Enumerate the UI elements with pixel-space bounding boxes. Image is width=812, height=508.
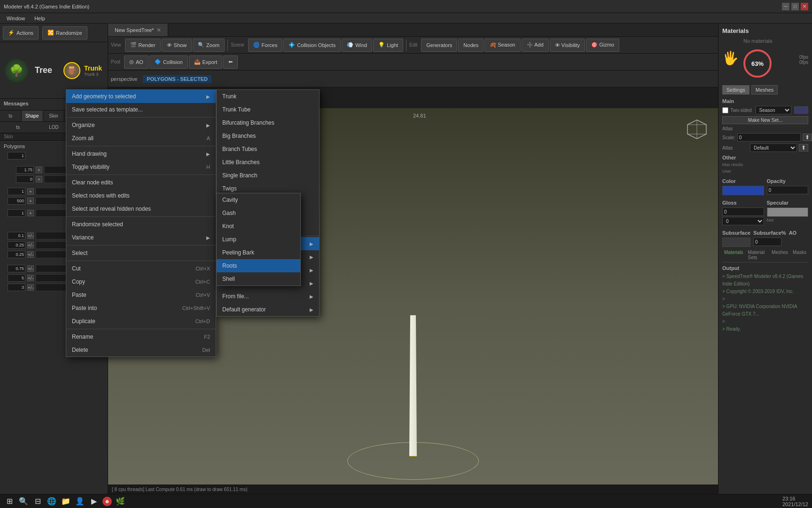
cm-add-geometry[interactable]: Add geometry to selected ▶ bbox=[66, 90, 216, 103]
val-1b[interactable] bbox=[8, 188, 25, 195]
btab-masks[interactable]: Masks bbox=[791, 250, 808, 260]
cm-save-template[interactable]: Save selected as template... bbox=[66, 103, 216, 116]
subsurface-box[interactable] bbox=[722, 238, 750, 247]
generators-button[interactable]: Generators bbox=[421, 39, 457, 52]
cm-select-nodes-edits[interactable]: Select nodes with edits bbox=[66, 189, 216, 202]
taskbar-task-view[interactable]: ⊟ bbox=[32, 496, 43, 507]
taskbar-search[interactable]: 🔍 bbox=[18, 496, 29, 507]
cm-randomize-selected[interactable]: Randomize selected bbox=[66, 218, 216, 231]
pm-025a[interactable]: +/- bbox=[27, 242, 34, 248]
pm-5[interactable]: +/- bbox=[27, 275, 34, 281]
cm-rename[interactable]: Rename F2 bbox=[66, 330, 216, 343]
sidebar-tab-skin[interactable]: Skin bbox=[43, 111, 65, 121]
plus-btn-4[interactable]: + bbox=[27, 198, 34, 204]
taskbar-person[interactable]: 👤 bbox=[74, 496, 86, 507]
forces-button[interactable]: 🌀 Forces bbox=[248, 39, 283, 52]
val-1c[interactable] bbox=[8, 209, 25, 217]
dec-knot[interactable]: Knot bbox=[217, 220, 300, 233]
pm-01[interactable]: +/- bbox=[27, 232, 34, 239]
dec-peeling-bark[interactable]: Peeling Bark bbox=[217, 246, 300, 259]
sub-trunk-tube[interactable]: Trunk Tube bbox=[217, 103, 319, 116]
close-tab-icon[interactable]: ✕ bbox=[156, 27, 161, 33]
tab-settings[interactable]: Settings bbox=[722, 85, 750, 95]
season-button[interactable]: 🍂 Season bbox=[484, 39, 520, 52]
taskbar-media[interactable]: ▶ bbox=[88, 496, 100, 507]
minimize-button[interactable]: ─ bbox=[782, 3, 789, 10]
pm-025b[interactable]: +/- bbox=[27, 251, 34, 258]
light-button[interactable]: 💡 Light bbox=[373, 39, 403, 52]
val-3[interactable] bbox=[8, 284, 25, 291]
sub-from-file[interactable]: From file... ▶ bbox=[217, 290, 319, 303]
trunk-item[interactable]: 🪵 Trunk Trunk 3 bbox=[63, 62, 102, 79]
gizmo-button[interactable]: 🎯 Gizmo bbox=[586, 39, 619, 52]
cm-variance[interactable]: Variance ▶ bbox=[66, 231, 216, 244]
btab-materialsets[interactable]: Material Sets bbox=[746, 250, 769, 260]
two-sided-checkbox[interactable] bbox=[722, 107, 728, 113]
taskbar-start[interactable]: ⊞ bbox=[4, 496, 15, 507]
gloss-select[interactable]: 0 bbox=[722, 217, 764, 225]
val-500[interactable] bbox=[8, 197, 25, 205]
atlas2-stepper[interactable]: ⬆ bbox=[799, 144, 808, 151]
cm-clear-node-edits[interactable]: Clear node edits bbox=[66, 176, 216, 189]
opacity-input[interactable] bbox=[767, 186, 809, 194]
cm-select-reveal-hidden[interactable]: Select and reveal hidden nodes bbox=[66, 202, 216, 215]
cm-paste[interactable]: Paste Ctrl+V bbox=[66, 288, 216, 302]
make-new-set-button[interactable]: Make New Set... bbox=[722, 116, 808, 124]
taskbar-app-icon[interactable]: 🌿 bbox=[115, 496, 126, 507]
sub-bifurcating[interactable]: Bifurcating Branches bbox=[217, 116, 319, 129]
back-button[interactable]: ⬅ bbox=[223, 56, 238, 69]
sub-single-branch[interactable]: Single Branch bbox=[217, 169, 319, 182]
visibility-button[interactable]: 👁 Visibility bbox=[550, 39, 586, 52]
sub-big-branches[interactable]: Big Branches bbox=[217, 129, 319, 143]
color-box[interactable] bbox=[722, 186, 764, 195]
dec-cavity[interactable]: Cavity bbox=[217, 193, 300, 206]
val-5[interactable] bbox=[8, 274, 25, 282]
subsurf-pct-input[interactable] bbox=[753, 238, 781, 246]
taskbar-red-icon[interactable]: ● bbox=[102, 497, 112, 506]
menu-help[interactable]: Help bbox=[30, 15, 50, 22]
dec-roots[interactable]: Roots bbox=[217, 259, 300, 272]
val-01[interactable] bbox=[8, 232, 25, 239]
val-075[interactable] bbox=[8, 265, 25, 272]
btab-materials[interactable]: Materials bbox=[722, 250, 745, 260]
cm-paste-into[interactable]: Paste into Ctrl+Shift+V bbox=[66, 302, 216, 315]
dec-shell[interactable]: Shell bbox=[217, 272, 300, 286]
plus-btn-2[interactable]: + bbox=[36, 176, 42, 183]
cm-delete[interactable]: Delete Del bbox=[66, 343, 216, 357]
add-button[interactable]: ➕ Add bbox=[522, 39, 549, 52]
val-025b[interactable] bbox=[8, 251, 25, 258]
plus-btn-1[interactable]: + bbox=[36, 167, 42, 173]
polygon-input-1[interactable] bbox=[8, 152, 25, 159]
file-tab[interactable]: New SpeedTree* ✕ bbox=[108, 24, 168, 36]
cm-cut[interactable]: Cut Ctrl+X bbox=[66, 262, 216, 275]
export-button[interactable]: 📤 Export bbox=[189, 56, 223, 69]
nodes-button[interactable]: Nodes bbox=[458, 39, 484, 52]
randomize-button[interactable]: 🔀 Randomize bbox=[42, 26, 87, 40]
scale-stepper[interactable]: ⬆ bbox=[803, 134, 812, 141]
season-select[interactable]: Season bbox=[756, 106, 791, 114]
val-0a[interactable] bbox=[16, 175, 34, 183]
wind-button[interactable]: 💨 Wind bbox=[342, 39, 372, 52]
collision-button[interactable]: 🔷 Collision bbox=[149, 56, 188, 69]
taskbar-folder[interactable]: 📁 bbox=[60, 496, 71, 507]
cm-zoom-all[interactable]: Zoom all A bbox=[66, 132, 216, 145]
render-button[interactable]: 🎬 Render bbox=[125, 39, 161, 52]
gloss-input[interactable] bbox=[722, 207, 764, 216]
cm-organize[interactable]: Organize ▶ bbox=[66, 119, 216, 132]
actions-button[interactable]: ⚡ Actions bbox=[3, 26, 39, 40]
val-025a[interactable] bbox=[8, 241, 25, 249]
cm-hand-drawing[interactable]: Hand drawing ▶ bbox=[66, 147, 216, 160]
atlas-default-select[interactable]: Default bbox=[750, 143, 797, 152]
zoom-button[interactable]: 🔍 Zoom bbox=[193, 39, 225, 52]
cm-select[interactable]: Select bbox=[66, 246, 216, 260]
ao-button[interactable]: ◎ AO bbox=[124, 56, 148, 69]
pm-075[interactable]: +/- bbox=[27, 265, 34, 272]
sub-trunk[interactable]: Trunk bbox=[217, 90, 319, 103]
dec-lump[interactable]: Lump bbox=[217, 233, 300, 246]
dec-gash[interactable]: Gash bbox=[217, 206, 300, 220]
lod-tab-ts[interactable]: ts bbox=[0, 122, 36, 133]
cm-toggle-visibility[interactable]: Toggle visibility H bbox=[66, 160, 216, 174]
sub-default-generator[interactable]: Default generator ▶ bbox=[217, 303, 319, 316]
restore-button[interactable]: □ bbox=[791, 3, 799, 10]
specular-box[interactable] bbox=[767, 207, 809, 217]
